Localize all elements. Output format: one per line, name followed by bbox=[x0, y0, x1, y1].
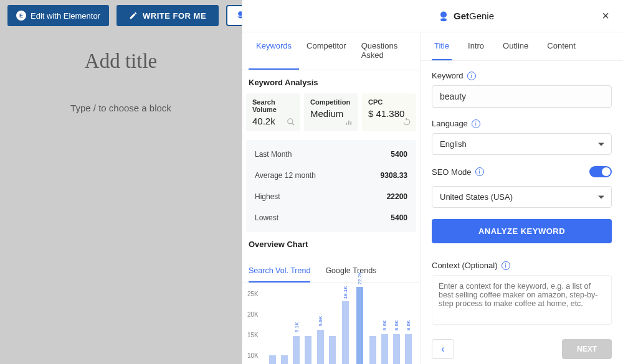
info-icon[interactable]: i bbox=[502, 261, 510, 270]
title-input-placeholder[interactable]: Add title bbox=[0, 50, 242, 73]
bar bbox=[279, 340, 290, 364]
bar bbox=[303, 321, 313, 364]
edit-elementor-button[interactable]: E Edit with Elementor bbox=[7, 5, 109, 26]
analyze-keyword-button[interactable]: ANALYZE KEYWORD bbox=[432, 219, 612, 243]
brand: GetGenie bbox=[437, 10, 494, 22]
keyword-label: Keyword i bbox=[432, 71, 612, 80]
stat-label: Average 12 month bbox=[255, 171, 316, 180]
overview-chart-title: Overview Chart bbox=[242, 232, 420, 255]
tab-questions[interactable]: Questions Asked bbox=[354, 32, 414, 70]
info-icon[interactable]: i bbox=[467, 72, 476, 80]
keyword-input[interactable] bbox=[432, 85, 612, 108]
block-hint[interactable]: Type / to choose a block bbox=[0, 103, 242, 113]
tab-intro[interactable]: Intro bbox=[465, 32, 487, 60]
panel-left: Keywords Competitor Questions Asked Keyw… bbox=[242, 32, 421, 364]
brand-name: GetGenie bbox=[454, 11, 494, 21]
chart-area: 25K 20K 15K 10K 8.1K9.9K18.1K22.2K8.6K8.… bbox=[242, 283, 420, 364]
svg-rect-6 bbox=[348, 121, 350, 125]
tab-outline[interactable]: Outline bbox=[500, 32, 531, 60]
bar bbox=[327, 321, 338, 364]
write-for-me-button[interactable]: WRITE FOR ME bbox=[117, 5, 219, 26]
svg-point-1 bbox=[440, 11, 447, 17]
stat-label: Highest bbox=[255, 192, 280, 201]
svg-point-3 bbox=[288, 119, 293, 124]
tab-title[interactable]: Title bbox=[432, 32, 452, 60]
y-axis: 25K 20K 15K 10K bbox=[247, 291, 259, 359]
svg-rect-5 bbox=[346, 123, 347, 125]
context-textarea[interactable] bbox=[432, 275, 612, 325]
refresh-icon bbox=[402, 118, 411, 126]
metric-label: CPC bbox=[368, 98, 410, 106]
search-icon bbox=[287, 118, 295, 126]
metrics-row: Search Volume 40.2k Competition Medium C… bbox=[242, 93, 420, 131]
svg-rect-7 bbox=[350, 121, 351, 124]
seo-mode-label: SEO Mode i bbox=[432, 167, 484, 177]
language-group: Language i English bbox=[432, 119, 612, 155]
stat-value: 9308.33 bbox=[381, 171, 407, 180]
metric-competition: Competition Medium bbox=[304, 93, 358, 131]
bar: 18.1K bbox=[339, 286, 352, 364]
back-button[interactable]: ‹ bbox=[432, 339, 454, 359]
stat-label: Last Month bbox=[255, 150, 292, 159]
stat-value: 22200 bbox=[387, 192, 407, 201]
country-select[interactable]: United States (USA) bbox=[432, 186, 612, 208]
keyword-analysis-title: Keyword Analysis bbox=[242, 70, 420, 93]
info-icon[interactable]: i bbox=[475, 167, 484, 176]
stats-block: Last Month 5400 Average 12 month 9308.33… bbox=[246, 140, 416, 232]
metric-label: Search Volume bbox=[252, 98, 294, 113]
bar: 8.1K bbox=[291, 321, 302, 364]
elementor-label: Edit with Elementor bbox=[31, 11, 100, 21]
panel-right: Title Intro Outline Content Keyword i bbox=[421, 32, 623, 364]
country-group: United States (USA) bbox=[432, 186, 612, 208]
language-select[interactable]: English bbox=[432, 133, 612, 155]
context-group: Context (Optional) i bbox=[432, 261, 612, 327]
stat-value: 5400 bbox=[391, 213, 407, 222]
metric-label: Competition bbox=[310, 98, 352, 106]
write-label: WRITE FOR ME bbox=[143, 11, 206, 21]
bar: 22.2K bbox=[353, 272, 366, 364]
top-toolbar: E Edit with Elementor WRITE FOR ME Cha bbox=[7, 5, 273, 26]
stat-row: Last Month 5400 bbox=[246, 144, 416, 165]
right-tabs: Title Intro Outline Content bbox=[421, 32, 623, 61]
getgenie-panel: GetGenie × Keywords Competitor Questions… bbox=[242, 0, 623, 364]
seo-mode-toggle[interactable] bbox=[589, 166, 612, 177]
editor-canvas: Add title Type / to choose a block bbox=[0, 50, 242, 113]
stat-row: Average 12 month 9308.33 bbox=[246, 165, 416, 186]
bar: 8.6K bbox=[391, 319, 402, 364]
svg-point-2 bbox=[440, 18, 447, 21]
pen-icon bbox=[129, 11, 138, 20]
metric-cpc: CPC $ 41.380 bbox=[362, 93, 416, 131]
bar bbox=[368, 321, 378, 364]
left-tabs: Keywords Competitor Questions Asked bbox=[242, 32, 420, 70]
metric-search-volume: Search Volume 40.2k bbox=[246, 93, 300, 131]
seo-mode-row: SEO Mode i bbox=[432, 166, 612, 177]
tab-keywords[interactable]: Keywords bbox=[249, 32, 299, 70]
panel-header: GetGenie × bbox=[242, 0, 623, 32]
stat-value: 5400 bbox=[391, 150, 407, 159]
info-icon[interactable]: i bbox=[472, 119, 480, 128]
bar: 9.9K bbox=[315, 315, 326, 364]
keyword-group: Keyword i bbox=[432, 71, 612, 108]
language-label: Language i bbox=[432, 119, 612, 128]
stat-row: Lowest 5400 bbox=[246, 207, 416, 228]
elementor-icon: E bbox=[16, 11, 26, 21]
close-panel-button[interactable]: × bbox=[599, 6, 612, 26]
bar: 8.6K bbox=[379, 319, 390, 364]
bars-icon bbox=[345, 118, 353, 126]
context-label: Context (Optional) i bbox=[432, 261, 612, 270]
bar: 8.6K bbox=[403, 319, 414, 364]
tab-content[interactable]: Content bbox=[545, 32, 578, 60]
tab-competitor[interactable]: Competitor bbox=[299, 32, 354, 70]
bars-container: 8.1K9.9K18.1K22.2K8.6K8.6K8.6K bbox=[267, 268, 414, 364]
bottom-nav: ‹ NEXT bbox=[432, 334, 612, 364]
stat-label: Lowest bbox=[255, 213, 278, 222]
bar bbox=[267, 340, 278, 364]
getgenie-logo-icon bbox=[437, 10, 450, 22]
svg-line-4 bbox=[292, 123, 295, 126]
next-button[interactable]: NEXT bbox=[562, 339, 612, 359]
stat-row: Highest 22200 bbox=[246, 186, 416, 207]
